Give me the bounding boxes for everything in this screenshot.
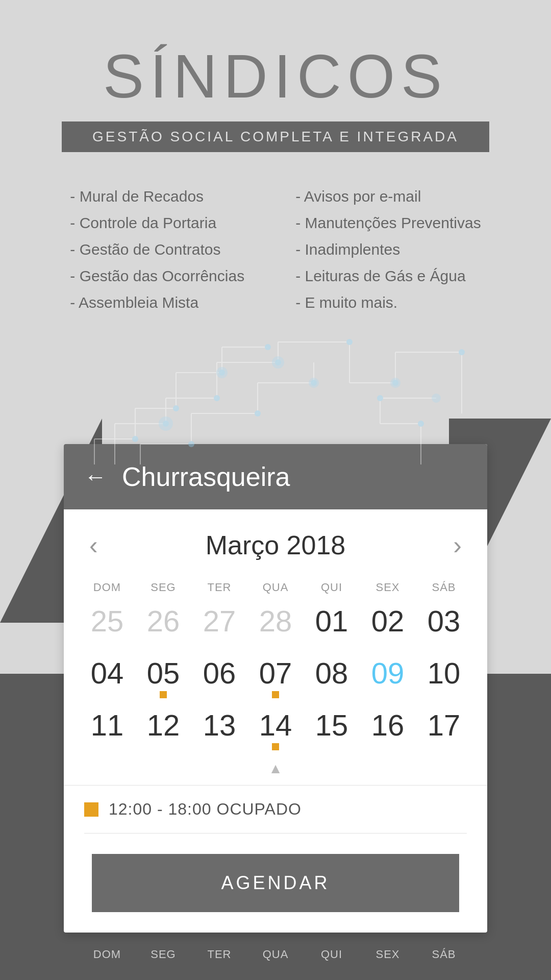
bottom-day-qui: QUI [304, 948, 360, 961]
bottom-divider [84, 833, 467, 834]
calendar-week-1: 25 26 27 28 01 [79, 599, 472, 651]
feature-item: - Gestão de Contratos [70, 241, 244, 258]
svg-point-46 [377, 395, 383, 401]
feature-item: - Assembleia Mista [70, 294, 244, 311]
day-header-sab: SÁB [416, 571, 472, 599]
bottom-day-dom: DOM [79, 948, 135, 961]
app-title: SÍNDICOS [103, 41, 448, 111]
bottom-day-sab: SÁB [416, 948, 472, 961]
day-cell[interactable]: 15 [304, 703, 360, 755]
features-right: - Avisos por e-mail - Manutenções Preven… [295, 188, 481, 311]
day-cell[interactable]: 03 [416, 599, 472, 651]
day-cell[interactable]: 14 [247, 703, 304, 755]
calendar-card: ← Churrasqueira ‹ Março 2018 › DOM SEG T… [64, 444, 487, 933]
day-cell[interactable]: 28 [247, 599, 304, 651]
svg-point-35 [346, 339, 353, 345]
day-header-ter: TER [191, 571, 247, 599]
back-button[interactable]: ← [84, 465, 107, 488]
day-cell[interactable]: 13 [191, 703, 247, 755]
day-cell[interactable]: 08 [304, 651, 360, 703]
agendar-button[interactable]: AGENDAR [92, 854, 459, 912]
subtitle-text: GESTÃO SOCIAL COMPLETA E INTEGRADA [92, 129, 459, 144]
features-section: - Mural de Recados - Controle da Portari… [0, 188, 551, 311]
bottom-calendar-row: DOM SEG TER QUA QUI SEX SÁB [64, 933, 487, 961]
day-cell[interactable]: 11 [79, 703, 135, 755]
feature-item: - Manutenções Preventivas [295, 214, 481, 232]
day-header-sex: SEX [360, 571, 416, 599]
svg-point-48 [272, 356, 284, 369]
svg-point-47 [159, 416, 173, 431]
svg-point-45 [418, 421, 424, 427]
circuit-decoration [0, 322, 551, 464]
svg-point-41 [132, 436, 138, 442]
svg-point-38 [188, 441, 194, 447]
next-month-button[interactable]: › [453, 530, 462, 560]
day-cell[interactable]: 01 [304, 599, 360, 651]
day-cell[interactable]: 27 [191, 599, 247, 651]
day-headers-row: DOM SEG TER QUA QUI SEX SÁB [79, 571, 472, 599]
bottom-day-sex: SEX [360, 948, 416, 961]
svg-point-52 [432, 394, 441, 403]
svg-point-42 [173, 405, 179, 411]
day-cell[interactable]: 16 [360, 703, 416, 755]
svg-point-51 [309, 378, 319, 388]
calendar-screen-title: Churrasqueira [122, 461, 290, 492]
day-header-qui: QUI [304, 571, 360, 599]
feature-item: - Avisos por e-mail [295, 188, 481, 205]
occupied-text: 12:00 - 18:00 OCUPADO [109, 800, 302, 819]
calendar-week-2: 04 05 06 07 08 [79, 651, 472, 703]
day-cell[interactable]: 10 [416, 651, 472, 703]
day-cell-ter-06[interactable]: 06 [191, 651, 247, 703]
scroll-up-indicator: ▲ [64, 755, 487, 780]
svg-point-50 [216, 367, 228, 378]
feature-item: - Leituras de Gás e Água [295, 267, 481, 285]
svg-point-44 [265, 344, 271, 350]
feature-item: - Mural de Recados [70, 188, 244, 205]
occupied-section: 12:00 - 18:00 OCUPADO [64, 786, 487, 833]
features-left: - Mural de Recados - Controle da Portari… [70, 188, 244, 311]
day-cell[interactable]: 02 [360, 599, 416, 651]
day-header-qua: QUA [247, 571, 304, 599]
day-cell[interactable]: 25 [79, 599, 135, 651]
day-cell[interactable]: 12 [135, 703, 191, 755]
bottom-day-qua: QUA [247, 948, 304, 961]
prev-month-button[interactable]: ‹ [89, 530, 98, 560]
day-cell[interactable]: 05 [135, 651, 191, 703]
occupied-dot-icon [84, 802, 98, 817]
svg-point-49 [390, 378, 400, 388]
day-cell[interactable]: 26 [135, 599, 191, 651]
day-cell[interactable]: 17 [416, 703, 472, 755]
day-cell-today[interactable]: 09 [360, 651, 416, 703]
bottom-day-seg: SEG [135, 948, 191, 961]
month-navigation: ‹ Março 2018 › [64, 509, 487, 571]
svg-point-37 [459, 349, 465, 355]
svg-point-33 [214, 395, 220, 401]
day-header-dom: DOM [79, 571, 135, 599]
month-year-label: Março 2018 [206, 530, 346, 560]
day-header-seg: SEG [135, 571, 191, 599]
calendar-week-3: 11 12 13 14 15 [79, 703, 472, 755]
day-cell[interactable]: 07 [247, 651, 304, 703]
day-cell[interactable]: 04 [79, 651, 135, 703]
svg-point-39 [255, 410, 261, 416]
feature-item: - Inadimplentes [295, 241, 481, 258]
calendar-grid: DOM SEG TER QUA QUI SEX SÁB 25 26 [64, 571, 487, 755]
feature-item: - Gestão das Ocorrências [70, 267, 244, 285]
bottom-day-ter: TER [191, 948, 247, 961]
feature-item: - E muito mais. [295, 294, 481, 311]
feature-item: - Controle da Portaria [70, 214, 244, 232]
subtitle-bar: GESTÃO SOCIAL COMPLETA E INTEGRADA [62, 121, 489, 152]
